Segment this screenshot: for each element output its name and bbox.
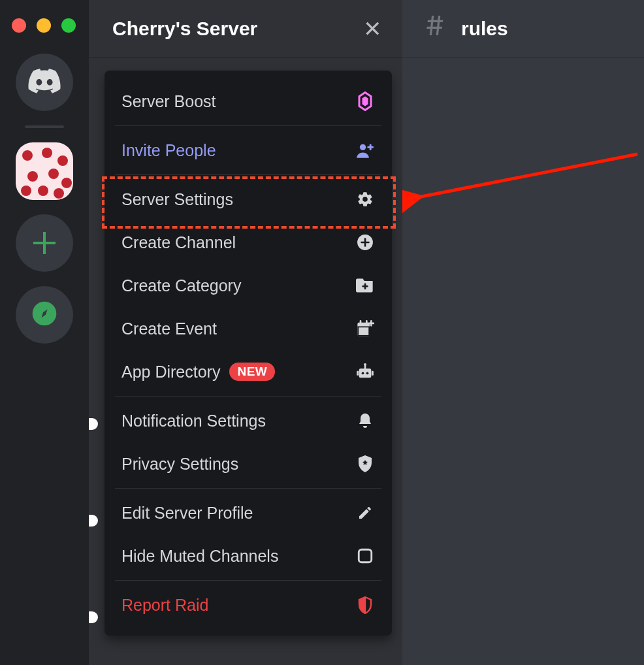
shield-alert-icon (355, 595, 375, 615)
menu-label: Notification Settings (121, 412, 266, 430)
svg-point-1 (43, 312, 46, 316)
menu-separator (115, 396, 381, 397)
server-header[interactable]: Cherry's Server ✕ (89, 0, 402, 57)
channel-name-label: rules (461, 18, 508, 40)
minimize-window-dot[interactable] (37, 18, 51, 33)
svg-rect-13 (359, 549, 372, 562)
bell-icon (355, 411, 375, 430)
svg-rect-6 (359, 327, 368, 335)
menu-separator (115, 488, 381, 489)
rail-separator (25, 125, 64, 128)
menu-label: Privacy Settings (121, 455, 238, 474)
home-button[interactable] (16, 54, 73, 111)
server-rail (0, 0, 89, 665)
unread-pip (89, 418, 98, 430)
plus-icon (33, 232, 56, 254)
boost-gem-icon (355, 91, 375, 111)
svg-rect-7 (359, 368, 372, 378)
hash-icon (422, 12, 448, 45)
menu-notification-settings[interactable]: Notification Settings (105, 399, 392, 442)
menu-edit-server-profile[interactable]: Edit Server Profile (105, 491, 392, 534)
unread-pip (89, 611, 98, 623)
explore-servers-button[interactable] (16, 286, 73, 344)
calendar-plus-icon (355, 319, 375, 338)
menu-label: Hide Muted Channels (121, 547, 278, 566)
menu-label: Create Event (121, 319, 217, 338)
menu-create-category[interactable]: Create Category (105, 264, 392, 307)
maximize-window-dot[interactable] (61, 18, 76, 33)
close-window-dot[interactable] (12, 18, 26, 33)
shield-star-icon (355, 454, 375, 474)
menu-label: Create Channel (121, 233, 236, 252)
menu-separator (115, 580, 381, 581)
new-badge: NEW (229, 363, 275, 381)
person-plus-icon (355, 140, 375, 160)
menu-label: Edit Server Profile (121, 504, 253, 523)
menu-app-directory[interactable]: App Directory NEW (105, 350, 392, 393)
robot-icon (355, 362, 375, 381)
svg-point-9 (366, 372, 369, 374)
menu-label: Create Category (121, 276, 241, 295)
menu-label: Report Raid (121, 596, 208, 615)
gear-icon (355, 189, 375, 209)
pencil-icon (355, 503, 375, 523)
folder-plus-icon (355, 276, 375, 295)
menu-report-raid[interactable]: Report Raid (105, 583, 392, 626)
menu-label: Server Settings (121, 190, 233, 209)
channel-header: rules (402, 0, 644, 57)
menu-separator (115, 125, 381, 126)
main-content: rules (402, 0, 644, 665)
unread-pip (89, 515, 98, 527)
menu-invite-people[interactable]: Invite People (105, 129, 392, 172)
menu-hide-muted-channels[interactable]: Hide Muted Channels (105, 534, 392, 577)
channel-unread-pips (89, 418, 102, 665)
checkbox-empty-icon (355, 546, 375, 566)
menu-label: App Directory (121, 363, 220, 381)
circle-plus-icon (355, 233, 375, 252)
menu-label: Server Boost (121, 92, 216, 111)
menu-server-settings[interactable]: Server Settings (105, 178, 392, 221)
menu-create-event[interactable]: Create Event (105, 307, 392, 350)
add-server-button[interactable] (16, 214, 73, 272)
svg-point-8 (362, 372, 364, 374)
server-dropdown-menu: Server Boost Invite People Server Settin… (105, 71, 392, 636)
menu-label: Invite People (121, 141, 216, 160)
svg-point-2 (360, 144, 366, 150)
server-avatar-cherrys[interactable] (16, 142, 73, 200)
server-name-label: Cherry's Server (112, 18, 257, 40)
discord-logo-icon (28, 69, 61, 96)
svg-rect-11 (357, 371, 359, 376)
window-traffic-lights (12, 18, 76, 33)
svg-point-10 (364, 363, 366, 366)
svg-rect-12 (372, 371, 374, 376)
compass-icon (30, 299, 59, 331)
menu-separator (115, 174, 381, 175)
menu-privacy-settings[interactable]: Privacy Settings (105, 442, 392, 485)
close-icon[interactable]: ✕ (363, 18, 381, 40)
menu-server-boost[interactable]: Server Boost (105, 80, 392, 123)
menu-create-channel[interactable]: Create Channel (105, 221, 392, 264)
